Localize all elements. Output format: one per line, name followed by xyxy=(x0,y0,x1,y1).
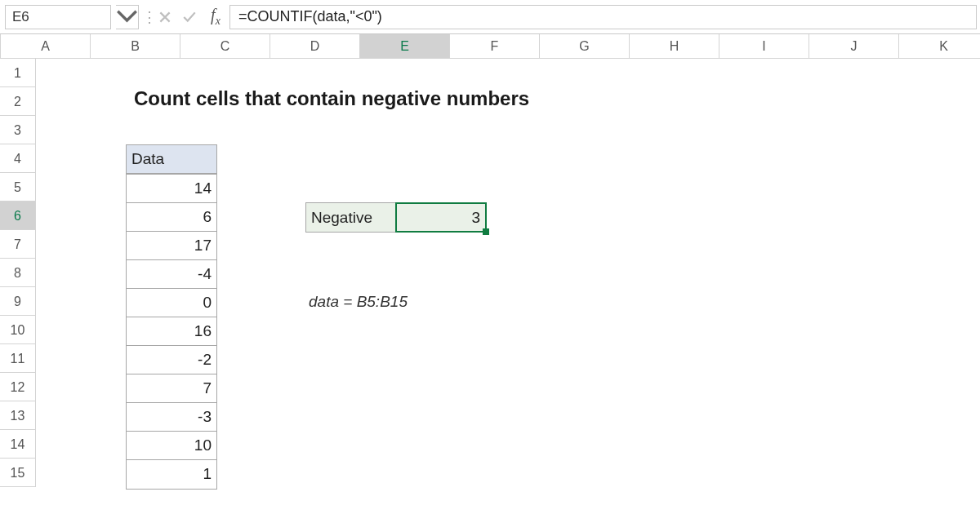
data-cell[interactable]: 1 xyxy=(127,460,216,489)
data-cell[interactable]: 17 xyxy=(127,232,216,260)
chevron-down-icon xyxy=(116,6,138,28)
column-headers: ABCDEFGHIJK xyxy=(0,34,980,59)
check-icon xyxy=(182,10,197,24)
fill-handle[interactable] xyxy=(483,228,489,235)
column-header-I[interactable]: I xyxy=(719,34,809,58)
enter-formula-button[interactable] xyxy=(177,5,202,29)
column-header-B[interactable]: B xyxy=(91,34,180,58)
row-header-7[interactable]: 7 xyxy=(0,230,36,259)
data-cell[interactable]: -3 xyxy=(127,403,216,432)
row-header-5[interactable]: 5 xyxy=(0,173,36,202)
range-note: data = B5:B15 xyxy=(309,293,408,311)
formula-text: =COUNTIF(data,"<0") xyxy=(238,8,382,25)
column-header-F[interactable]: F xyxy=(450,34,540,58)
row-header-3[interactable]: 3 xyxy=(0,116,36,144)
active-cell[interactable]: 3 xyxy=(395,202,487,233)
name-box-dropdown[interactable] xyxy=(116,5,139,29)
fx-icon[interactable]: fx xyxy=(202,6,229,28)
x-icon xyxy=(158,10,172,24)
data-cell[interactable]: 0 xyxy=(127,289,216,317)
data-cell[interactable]: -4 xyxy=(127,260,216,289)
column-header-H[interactable]: H xyxy=(630,34,719,58)
row-header-4[interactable]: 4 xyxy=(0,144,36,173)
row-header-10[interactable]: 10 xyxy=(0,316,36,344)
data-cell[interactable]: 7 xyxy=(127,374,216,403)
formula-bar: E6 ⋮ fx =COUNTIF(data,"<0") xyxy=(0,0,980,34)
data-cell[interactable]: 10 xyxy=(127,432,216,460)
select-all-corner[interactable] xyxy=(0,34,1,58)
column-header-G[interactable]: G xyxy=(540,34,630,58)
sheet-title: Count cells that contain negative number… xyxy=(134,87,529,110)
name-box-text: E6 xyxy=(12,9,29,25)
column-header-D[interactable]: D xyxy=(270,34,360,58)
data-cell[interactable]: -2 xyxy=(127,346,216,374)
row-header-9[interactable]: 9 xyxy=(0,287,36,316)
data-cell[interactable]: 16 xyxy=(127,317,216,346)
column-header-K[interactable]: K xyxy=(899,34,980,58)
row-header-15[interactable]: 15 xyxy=(0,459,36,487)
row-header-8[interactable]: 8 xyxy=(0,259,36,287)
cancel-formula-button[interactable] xyxy=(153,5,177,29)
column-header-E[interactable]: E xyxy=(360,34,450,58)
column-header-J[interactable]: J xyxy=(809,34,899,58)
result-box: Negative 3 xyxy=(305,202,487,233)
data-column: 14617-4016-27-3101 xyxy=(126,174,217,490)
separator: ⋮ xyxy=(145,5,153,29)
name-box[interactable]: E6 xyxy=(5,5,111,29)
formula-input[interactable]: =COUNTIF(data,"<0") xyxy=(229,5,977,29)
row-header-1[interactable]: 1 xyxy=(0,59,36,87)
data-header-cell[interactable]: Data xyxy=(126,144,217,174)
row-header-2[interactable]: 2 xyxy=(0,87,36,116)
data-cell[interactable]: 6 xyxy=(127,203,216,232)
row-header-13[interactable]: 13 xyxy=(0,401,36,430)
result-label-cell[interactable]: Negative xyxy=(305,202,395,233)
row-header-12[interactable]: 12 xyxy=(0,373,36,401)
data-cell[interactable]: 14 xyxy=(127,175,216,203)
row-header-11[interactable]: 11 xyxy=(0,344,36,373)
column-header-C[interactable]: C xyxy=(180,34,270,58)
row-header-6[interactable]: 6 xyxy=(0,202,36,230)
column-header-A[interactable]: A xyxy=(1,34,91,58)
row-header-14[interactable]: 14 xyxy=(0,430,36,459)
